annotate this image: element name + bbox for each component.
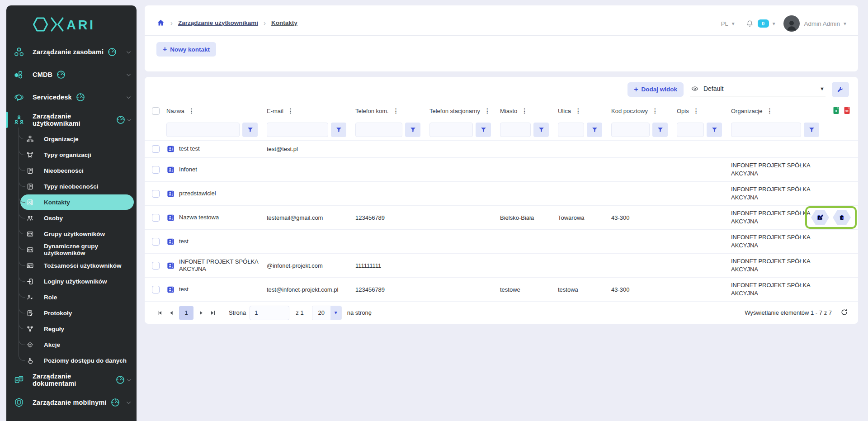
sidebar-subitem[interactable]: Reguły — [20, 321, 134, 336]
sidebar-subitem[interactable]: Loginy użytkowników — [20, 274, 134, 289]
table-row[interactable]: INFONET PROJEKT SPÓŁKA AKCYJNA@infonet-p… — [145, 253, 858, 277]
next-page-button[interactable] — [195, 307, 207, 319]
export-xlsx-button[interactable]: X — [833, 106, 841, 116]
column-filter-input[interactable] — [611, 123, 650, 137]
column-menu-icon[interactable]: ⋮ — [521, 107, 528, 114]
chevron-down-icon[interactable]: ▼ — [772, 21, 776, 26]
absences-icon — [26, 167, 34, 175]
column-menu-icon[interactable]: ⋮ — [652, 107, 658, 114]
column-filter-input[interactable] — [558, 123, 584, 137]
funnel-icon — [591, 127, 598, 133]
avatar[interactable] — [783, 15, 800, 32]
column-filter-input[interactable] — [731, 123, 801, 137]
column-filter-input[interactable] — [355, 123, 402, 137]
home-icon[interactable] — [156, 19, 165, 27]
edit-button[interactable] — [811, 210, 829, 225]
sidebar-subitem[interactable]: Kontakty — [20, 194, 134, 210]
column-filter-button[interactable] — [587, 123, 602, 137]
sidebar-subitem[interactable]: Tożsamości użytkowników — [20, 258, 134, 273]
row-checkbox[interactable] — [152, 214, 160, 222]
column-menu-icon[interactable]: ⋮ — [484, 107, 491, 114]
row-checkbox[interactable] — [152, 166, 160, 174]
column-filter-button[interactable] — [242, 123, 258, 137]
table-row[interactable]: test testtest@test.pl — [145, 140, 858, 157]
breadcrumb-link-users[interactable]: Zarządzanie użytkownikami — [178, 19, 258, 26]
sidebar-subitem[interactable]: Osoby — [20, 210, 134, 226]
chevron-down-icon[interactable]: ▼ — [731, 21, 736, 26]
row-checkbox[interactable] — [152, 145, 160, 153]
sidebar-item[interactable]: Zarządzanie dokumentami — [6, 369, 137, 391]
column-filter-button[interactable] — [476, 123, 491, 137]
sidebar-subitem[interactable]: Protokoły — [20, 305, 134, 321]
sidebar-item[interactable]: Zarządzanie zasobami — [6, 41, 137, 63]
user-name[interactable]: Admin Admin — [804, 20, 840, 27]
sidebar-item[interactable]: CMDB — [6, 63, 137, 86]
sidebar-item[interactable]: Zarządzanie użytkownikami — [6, 109, 137, 131]
column-filter-button[interactable] — [405, 123, 420, 137]
notification-count-badge[interactable]: 0 — [758, 19, 769, 28]
delete-button[interactable] — [833, 210, 851, 225]
chevron-down-icon[interactable]: ▼ — [843, 21, 847, 26]
column-menu-icon[interactable]: ⋮ — [693, 107, 699, 114]
column-menu-icon[interactable]: ⋮ — [575, 107, 581, 114]
column-filter-input[interactable] — [677, 123, 704, 137]
new-contact-button[interactable]: + Nowy kontakt — [156, 42, 216, 57]
column-filter-button[interactable] — [331, 123, 346, 137]
table-row[interactable]: testtest@infonet-projekt.com.pl123456789… — [145, 277, 858, 301]
edit-icon — [816, 213, 824, 222]
cell-description — [673, 278, 727, 301]
sidebar-subitem[interactable]: Dynamiczne grupy użytkowników — [20, 242, 134, 257]
first-page-button[interactable] — [154, 307, 165, 319]
column-menu-icon[interactable]: ⋮ — [766, 107, 773, 114]
sidebar-subitem[interactable]: Grupy użytkowników — [20, 226, 134, 241]
table-row[interactable]: testINFONET PROJEKT SPÓŁKA AKCYJNA — [145, 229, 858, 253]
language-selector[interactable]: PL — [721, 20, 728, 27]
column-filter-button[interactable] — [707, 123, 722, 137]
sidebar-subitem[interactable]: Role — [20, 289, 134, 305]
row-checkbox[interactable] — [152, 190, 160, 198]
row-checkbox[interactable] — [152, 238, 160, 246]
sidebar-subitem-label: Protokoły — [44, 310, 72, 317]
column-menu-icon[interactable]: ⋮ — [189, 107, 195, 114]
table-row[interactable]: InfonetINFONET PROJEKT SPÓŁKA AKCYJNA — [145, 157, 858, 181]
previous-page-button[interactable] — [165, 307, 177, 319]
column-filter-input[interactable] — [267, 123, 328, 137]
svg-text:X: X — [835, 109, 837, 113]
column-filter-button[interactable] — [804, 123, 819, 137]
sidebar-subitem[interactable]: Akcje — [20, 337, 134, 352]
column-menu-icon[interactable]: ⋮ — [288, 107, 294, 114]
sidebar-subitem[interactable]: Typy nieobecności — [20, 179, 134, 194]
cell-phone_mobile — [352, 158, 426, 181]
sidebar-item[interactable]: Ustawienia — [6, 414, 137, 421]
refresh-button[interactable] — [839, 308, 849, 318]
sidebar-item[interactable]: Servicedesk — [6, 86, 137, 109]
column-filter-button[interactable] — [652, 123, 668, 137]
column-filter-input[interactable] — [500, 123, 531, 137]
plus-icon: + — [634, 86, 638, 93]
user-logins-icon — [26, 278, 34, 285]
column-filter-button[interactable] — [533, 123, 549, 137]
column-filter-input[interactable] — [166, 123, 240, 137]
table-row[interactable]: przedstawicielINFONET PROJEKT SPÓŁKA AKC… — [145, 181, 858, 205]
row-checkbox[interactable] — [152, 262, 160, 270]
breadcrumb-link-contacts[interactable]: Kontakty — [271, 19, 297, 26]
page-size-select[interactable]: 20 ▼ — [312, 306, 342, 320]
last-page-button[interactable] — [207, 307, 219, 319]
view-selector[interactable]: Default ▼ — [690, 83, 826, 96]
add-view-button[interactable]: + Dodaj widok — [627, 82, 684, 97]
page-number-button[interactable]: 1 — [179, 306, 193, 320]
sidebar-subitem[interactable]: Organizacje — [20, 131, 134, 147]
row-checkbox[interactable] — [152, 286, 160, 293]
sidebar-subitem[interactable]: Typy organizacji — [20, 147, 134, 162]
sidebar-subitem[interactable]: Poziomy dostępu do danych — [20, 353, 134, 368]
table-settings-button[interactable] — [832, 82, 849, 97]
page-input[interactable] — [250, 306, 289, 320]
select-all-checkbox[interactable] — [152, 107, 160, 115]
table-row[interactable]: Nazwa testowatestemail@gmail.com12345678… — [145, 205, 858, 229]
column-filter-input[interactable] — [429, 123, 473, 137]
sidebar-item[interactable]: Zarządzanie mobilnymi — [6, 391, 137, 414]
column-menu-icon[interactable]: ⋮ — [393, 107, 399, 114]
sidebar-subitem[interactable]: Nieobecności — [20, 163, 134, 178]
export-pdf-button[interactable]: PDF — [844, 106, 852, 116]
notifications-bell-icon[interactable] — [745, 19, 754, 28]
